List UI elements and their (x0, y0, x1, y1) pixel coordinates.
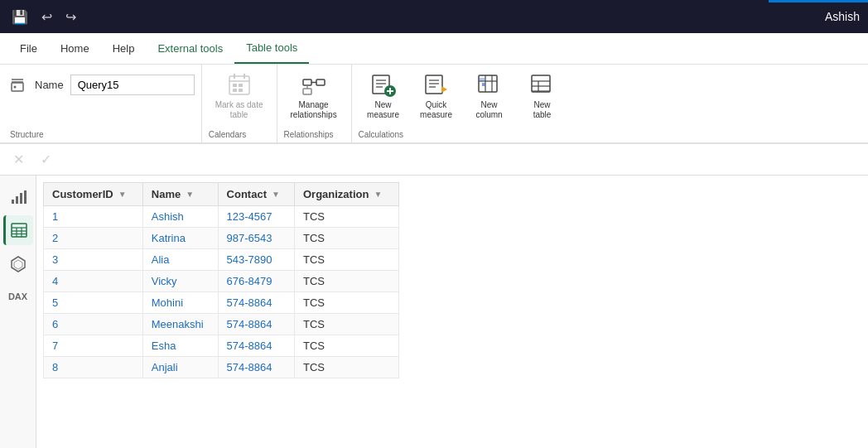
redo-icon[interactable]: ↪ (62, 7, 80, 26)
svg-rect-12 (303, 79, 311, 85)
filter-customerid-icon[interactable]: ▼ (118, 190, 127, 199)
relationships-section-label: Relationships (284, 130, 334, 139)
report-view-icon (9, 188, 27, 206)
svg-point-1 (14, 85, 17, 88)
ribbon-calendars-section: Mark as datetable Calendars (202, 65, 277, 142)
table-row[interactable]: 2 Katrina 987-6543 TCS (44, 228, 399, 249)
svg-rect-41 (12, 200, 14, 204)
table-row[interactable]: 4 Vicky 676-8479 TCS (44, 271, 399, 292)
cell-contact: 123-4567 (218, 206, 294, 228)
cell-org: TCS (294, 228, 398, 249)
name-label: Name (35, 79, 64, 91)
menu-external-tools[interactable]: External tools (146, 33, 234, 64)
col-header-customerid: CustomerID ▼ (44, 183, 143, 206)
cell-id: 4 (44, 271, 143, 292)
cell-org: TCS (294, 357, 398, 378)
svg-rect-36 (532, 75, 550, 92)
quick-measure-btn[interactable]: Quickmeasure (412, 68, 461, 123)
svg-rect-11 (239, 89, 243, 92)
menu-bar: File Home Help External tools Table tool… (0, 33, 868, 65)
table-row[interactable]: 7 Esha 574-8864 TCS (44, 335, 399, 357)
user-name: Ashish (825, 10, 860, 23)
data-table: CustomerID ▼ Name ▼ Contact ▼ (43, 182, 399, 378)
col-header-contact: Contact ▼ (218, 183, 294, 206)
col-header-organization: Organization ▼ (294, 183, 398, 206)
name-input[interactable] (70, 75, 195, 95)
new-table-label: Newtable (533, 100, 552, 120)
title-bar: 💾 ↩ ↪ Ashish (0, 0, 868, 33)
cell-name: Alia (142, 249, 218, 271)
cell-id: 1 (44, 206, 143, 228)
table-row[interactable]: 3 Alia 543-7890 TCS (44, 249, 399, 271)
menu-home[interactable]: Home (49, 33, 101, 64)
cell-org: TCS (294, 206, 398, 228)
table-row[interactable]: 6 Meenakshi 574-8864 TCS (44, 314, 399, 335)
svg-rect-43 (20, 193, 22, 204)
svg-rect-45 (12, 224, 27, 237)
new-column-label: Newcolumn (475, 100, 502, 120)
cell-name: Katrina (142, 228, 218, 249)
cell-org: TCS (294, 249, 398, 271)
confirm-btn[interactable]: ✓ (34, 148, 58, 171)
menu-help[interactable]: Help (101, 33, 147, 64)
mark-as-date-table-label: Mark as datetable (215, 100, 263, 120)
sidebar-dax-icon[interactable]: DAX (3, 282, 33, 311)
table-row[interactable]: 5 Mohini 574-8864 TCS (44, 292, 399, 314)
menu-file[interactable]: File (8, 33, 49, 64)
filter-org-icon[interactable]: ▼ (374, 190, 382, 199)
title-bar-icons: 💾 ↩ ↪ (8, 7, 80, 26)
table-view-icon (10, 221, 28, 239)
manage-relationships-btn[interactable]: Managerelationships (284, 68, 344, 123)
cell-org: TCS (294, 292, 398, 314)
calendar-icon (226, 71, 253, 98)
mark-as-date-table-btn[interactable]: Mark as datetable (209, 68, 270, 123)
top-stripe (769, 0, 868, 2)
ribbon: Name Structure Mark as datetable (0, 65, 868, 144)
cell-id: 2 (44, 228, 143, 249)
sidebar-table-icon[interactable] (3, 215, 33, 245)
svg-rect-44 (24, 190, 27, 204)
svg-rect-0 (12, 83, 23, 91)
new-table-icon (529, 71, 556, 98)
table-row[interactable]: 8 Anjali 574-8864 TCS (44, 357, 399, 378)
cell-contact: 676-8479 (218, 271, 294, 292)
data-area[interactable]: CustomerID ▼ Name ▼ Contact ▼ (36, 176, 868, 448)
table-row[interactable]: 1 Ashish 123-4567 TCS (44, 206, 399, 228)
formula-toolbar: ✕ ✓ (0, 144, 868, 176)
cell-name: Vicky (142, 271, 218, 292)
filter-name-icon[interactable]: ▼ (186, 190, 194, 199)
menu-table-tools[interactable]: Table tools (234, 33, 309, 64)
cell-contact: 987-6543 (218, 228, 294, 249)
calendars-section-label: Calendars (209, 130, 247, 139)
cell-contact: 543-7890 (218, 249, 294, 271)
svg-rect-24 (426, 75, 442, 94)
svg-rect-42 (16, 196, 18, 204)
relationships-icon (301, 71, 327, 98)
new-measure-label: Newmeasure (367, 100, 399, 120)
save-icon[interactable]: 💾 (8, 7, 31, 26)
cell-org: TCS (294, 314, 398, 335)
new-measure-icon (370, 71, 397, 98)
new-measure-btn[interactable]: Newmeasure (359, 68, 408, 123)
new-table-btn[interactable]: Newtable (518, 68, 567, 123)
filter-contact-icon[interactable]: ▼ (272, 190, 280, 199)
sidebar-model-icon[interactable] (3, 248, 33, 278)
svg-rect-34 (482, 83, 485, 86)
svg-rect-9 (239, 84, 243, 87)
model-view-icon (9, 254, 27, 272)
cell-org: TCS (294, 335, 398, 357)
cell-contact: 574-8864 (218, 292, 294, 314)
cell-contact: 574-8864 (218, 335, 294, 357)
calculations-section-label: Calculations (359, 130, 403, 139)
cell-org: TCS (294, 271, 398, 292)
cell-id: 8 (44, 357, 143, 378)
cell-name: Ashish (142, 206, 218, 228)
cell-name: Anjali (142, 357, 218, 378)
svg-rect-13 (316, 79, 325, 85)
cancel-btn[interactable]: ✕ (7, 148, 31, 171)
new-column-btn[interactable]: Newcolumn (465, 68, 514, 123)
sidebar-report-icon[interactable] (3, 182, 33, 212)
undo-icon[interactable]: ↩ (38, 7, 55, 26)
tag-icon (10, 76, 28, 94)
cell-name: Mohini (142, 292, 218, 314)
